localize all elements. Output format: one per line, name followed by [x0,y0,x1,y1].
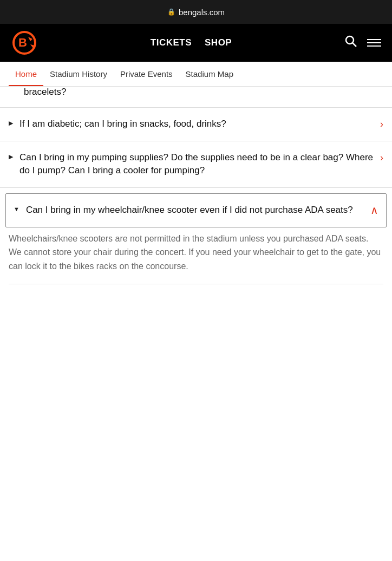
chevron-up-wheelchair: ∧ [370,204,378,217]
faq-item-wheelchair-expanded-container: ▼ Can I bring in my wheelchair/knee scoo… [5,193,387,227]
tab-private-events[interactable]: Private Events [114,62,179,87]
faq-item-left-pumping: ▶ Can I bring in my pumping supplies? Do… [9,151,374,178]
faq-question-pumping: Can I bring in my pumping supplies? Do t… [19,151,374,178]
browser-bar: 🔒 bengals.com [0,0,392,24]
svg-line-4 [352,43,356,47]
tickets-nav-item[interactable]: TICKETS [151,37,192,48]
search-icon[interactable] [344,35,357,51]
faq-item-left: ▶ If I am diabetic; can I bring in snack… [9,118,374,131]
partial-question: bracelets? [0,87,392,108]
url-display: bengals.com [179,8,225,17]
site-header: B TICKETS SHOP [0,24,392,62]
faq-item-left-wheelchair: ▼ Can I bring in my wheelchair/knee scoo… [14,204,364,217]
header-icons [344,35,381,51]
shop-nav-item[interactable]: SHOP [205,37,232,48]
header-nav: TICKETS SHOP [151,37,232,48]
bengals-logo: B [12,30,37,55]
lock-icon: 🔒 [167,8,175,16]
expand-triangle-diabetic: ▶ [9,120,13,127]
bengals-logo-container[interactable]: B [11,29,38,56]
chevron-right-pumping: › [380,152,383,164]
tab-home[interactable]: Home [9,62,43,87]
expand-triangle-pumping: ▶ [9,153,13,160]
tab-stadium-map[interactable]: Stadium Map [179,62,240,87]
faq-item-pumping[interactable]: ▶ Can I bring in my pumping supplies? Do… [0,141,392,188]
svg-point-3 [346,36,354,44]
svg-text:B: B [18,36,27,49]
faq-question-diabetic: If I am diabetic; can I bring in snacks,… [19,118,226,131]
hamburger-menu-icon[interactable] [367,39,381,47]
bottom-divider [9,284,383,284]
faq-question-wheelchair: Can I bring in my wheelchair/knee scoote… [26,204,353,217]
expand-triangle-wheelchair: ▼ [14,206,19,212]
faq-item-diabetic[interactable]: ▶ If I am diabetic; can I bring in snack… [0,108,392,141]
tab-stadium-history[interactable]: Stadium History [43,62,114,87]
faq-item-wheelchair[interactable]: ▼ Can I bring in my wheelchair/knee scoo… [6,194,386,227]
content-area: bracelets? ▶ If I am diabetic; can I bri… [0,87,392,284]
faq-answer-wheelchair: Wheelchairs/knee scooters are not permit… [0,227,392,284]
chevron-right-diabetic: › [380,119,383,130]
nav-tabs: Home Stadium History Private Events Stad… [0,62,392,87]
